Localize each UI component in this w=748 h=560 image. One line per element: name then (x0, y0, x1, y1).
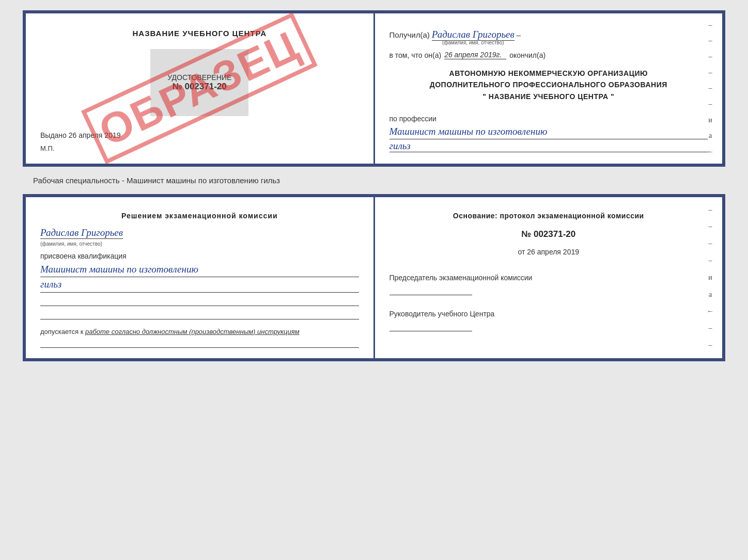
org-line2: ДОПОЛНИТЕЛЬНОГО ПРОФЕССИОНАЛЬНОГО ОБРАЗО… (389, 79, 708, 90)
qual-empty-line1 (40, 295, 359, 306)
vtom-label: в том, что он(а) (389, 51, 442, 59)
top-doc-left: НАЗВАНИЕ УЧЕБНОГО ЦЕНТРА УДОСТОВЕРЕНИЕ №… (26, 13, 375, 164)
bottom-document: Решением экзаменационной комиссии Радисл… (23, 194, 725, 361)
qual-empty-line2 (40, 308, 359, 319)
okonchil-label: окончил(а) (509, 51, 546, 59)
cert-label: УДОСТОВЕРЕНИЕ (167, 73, 231, 82)
profession-value-line2: гильз (389, 140, 708, 152)
date-value: 26 апреля 2019г. (444, 51, 506, 59)
komissia-name-block: Радислав Григорьев (фамилия, имя, отчест… (40, 227, 359, 247)
profession-block: по профессии Машинист машины по изготовл… (389, 115, 708, 152)
top-doc-right: Получил(а) Радислав Григорьев (фамилия, … (375, 13, 723, 164)
qualification-line2: гильз (40, 277, 359, 293)
between-label: Рабочая специальность - Машинист машины … (33, 176, 280, 185)
komissia-header: Решением экзаменационной комиссии (40, 212, 359, 220)
protocol-number: № 002371-20 (389, 229, 708, 239)
cert-number: № 002371-20 (173, 82, 227, 92)
po-professii-label: по профессии (389, 115, 437, 123)
org-line3: " НАЗВАНИЕ УЧЕБНОГО ЦЕНТРА " (389, 91, 708, 102)
assigned-label: присвоена квалификация (40, 252, 359, 260)
head-signature-line (389, 320, 472, 331)
work-empty-line (40, 338, 359, 348)
qualification-line1: Машинист машины по изготовлению (40, 262, 359, 278)
bottom-doc-left: Решением экзаменационной комиссии Радисл… (26, 197, 375, 358)
profession-value-line1: Машинист машины по изготовлению (389, 125, 708, 139)
issued-date-line: Выдано 26 апреля 2019 (40, 131, 121, 139)
osnovanje-header: Основание: протокол экзаменационной коми… (389, 212, 708, 220)
org-line1: АВТОНОМНУЮ НЕКОММЕРЧЕСКУЮ ОРГАНИЗАЦИЮ (389, 68, 708, 79)
chairman-label: Председатель экзаменационной комиссии (389, 274, 533, 282)
date-line: в том, что он(а) 26 апреля 2019г. окончи… (389, 51, 708, 59)
komissia-name: Радислав Григорьев (40, 227, 123, 239)
mp-label: М.П. (40, 145, 54, 152)
допускается-value: работе согласно должностным (производств… (85, 328, 300, 335)
recipient-line: Получил(а) Радислав Григорьев (фамилия, … (389, 29, 708, 45)
right-dashes: – – – – – – и а ← (707, 13, 714, 164)
org-block: АВТОНОМНУЮ НЕКОММЕРЧЕСКУЮ ОРГАНИЗАЦИЮ ДО… (389, 68, 708, 102)
komissia-name-sub: (фамилия, имя, отчество) (40, 241, 102, 247)
bottom-doc-right: Основание: протокол экзаменационной коми… (375, 197, 723, 358)
cert-id-block: УДОСТОВЕРЕНИЕ № 002371-20 (150, 49, 248, 116)
top-document: НАЗВАНИЕ УЧЕБНОГО ЦЕНТРА УДОСТОВЕРЕНИЕ №… (23, 10, 725, 167)
chairman-signature-line (389, 284, 472, 295)
protocol-date-value: 26 апреля 2019 (527, 248, 579, 256)
protocol-date-prefix: от (518, 248, 525, 256)
head-label: Руководитель учебного Центра (389, 310, 495, 318)
recipient-name: Радислав Григорьев (432, 29, 515, 41)
chairman-block: Председатель экзаменационной комиссии (389, 274, 708, 295)
poluchil-label: Получил(а) (389, 30, 430, 39)
protocol-date: от 26 апреля 2019 (389, 248, 708, 256)
head-block: Руководитель учебного Центра (389, 310, 708, 331)
допускается-prefix: допускается к (40, 328, 83, 335)
допускается-block: допускается к работе согласно должностны… (40, 328, 359, 335)
right-dashes-bottom: – – – – и а ← – – (707, 197, 714, 358)
school-name-top: НАЗВАНИЕ УЧЕБНОГО ЦЕНТРА (132, 29, 267, 38)
